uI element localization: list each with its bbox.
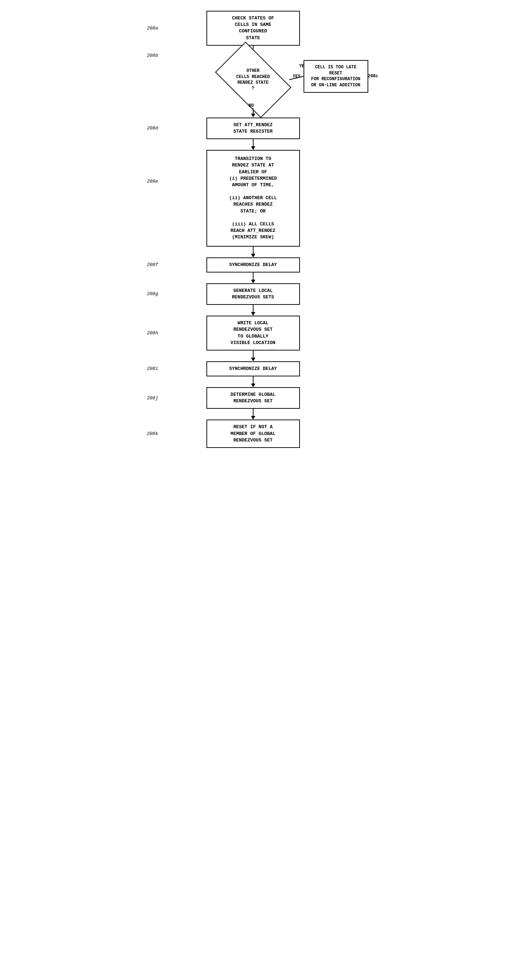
step-208k-row: 208k RESET IF NOT AMEMBER OF GLOBALRENDE…	[127, 420, 379, 448]
arrow-line	[253, 247, 253, 254]
arrow-head	[251, 114, 255, 117]
box-208e: TRANSITION TORENDEZ STATE ATEARLIER OF (…	[207, 150, 300, 246]
arrow-208f-208g	[251, 272, 255, 283]
box-208a: CHECK STATES OFCELLS IN SAMECONFIGUREDST…	[207, 11, 300, 46]
box-208c: CELL IS TOO LATE RESETFOR RECONFIGURATIO…	[304, 60, 368, 93]
step-208b-row: 208b OTHERCELLS REACHEDRENDEZ STATE? YES…	[127, 56, 379, 103]
label-208d: 208d	[147, 126, 158, 131]
arrow-208h-208i	[251, 350, 255, 361]
step-208f-row: 208f SYNCHRONIZE DELAY	[127, 258, 379, 272]
arrow-head	[251, 280, 255, 283]
arrow-208e-208f	[251, 247, 255, 258]
no-arrow-area: NO	[251, 103, 255, 118]
box-208g-text: GENERATE LOCALRENDEZVOUS SETS	[232, 288, 274, 300]
arrow-line	[253, 409, 253, 416]
arrow-no-down	[251, 108, 255, 117]
box-208j-text: DETERMINE GLOBALRENDEZVOUS SET	[231, 392, 275, 404]
arrow-head	[251, 383, 255, 387]
box-208k-text: RESET IF NOT AMEMBER OF GLOBALRENDEZVOUS…	[231, 424, 275, 442]
diamond-208b: OTHERCELLS REACHEDRENDEZ STATE?	[213, 56, 293, 103]
box-208g: GENERATE LOCALRENDEZVOUS SETS	[207, 283, 300, 305]
box-208d: SET ATT_RENDEZSTATE REGISTER	[207, 118, 300, 139]
box-208k: RESET IF NOT AMEMBER OF GLOBALRENDEZVOUS…	[207, 420, 300, 448]
diagram-container: YESNO 208a CHECK STATES OFCELLS IN SAMEC…	[127, 7, 379, 455]
arrow-208d-208e	[251, 139, 255, 150]
step-208e-row: 208e TRANSITION TORENDEZ STATE ATEARLIER…	[127, 150, 379, 246]
arrow-head	[251, 358, 255, 361]
label-208g: 208g	[147, 291, 158, 297]
arrow-208j-208k	[251, 409, 255, 420]
label-208a: 208a	[147, 25, 158, 31]
arrow-line	[253, 350, 253, 358]
no-label: NO	[248, 103, 253, 108]
label-208i: 208i	[147, 366, 158, 371]
arrow-line	[253, 305, 253, 312]
step-208g-row: 208g GENERATE LOCALRENDEZVOUS SETS	[127, 283, 379, 305]
step-208a-row: 208a CHECK STATES OFCELLS IN SAMECONFIGU…	[127, 11, 379, 46]
box-208c-text: CELL IS TOO LATE RESETFOR RECONFIGURATIO…	[311, 65, 360, 88]
box-208j: DETERMINE GLOBALRENDEZVOUS SET	[207, 387, 300, 409]
box-208i: SYNCHRONIZE DELAY	[207, 361, 300, 376]
box-208a-text: CHECK STATES OFCELLS IN SAMECONFIGUREDST…	[232, 16, 274, 41]
label-208k: 208k	[147, 431, 158, 436]
arrow-208g-208h	[251, 305, 255, 316]
flowchart: 208a CHECK STATES OFCELLS IN SAMECONFIGU…	[127, 7, 379, 455]
arrow-head	[251, 416, 255, 420]
label-208f: 208f	[147, 262, 158, 267]
diamond-text-208b: OTHERCELLS REACHEDRENDEZ STATE?	[236, 68, 270, 91]
step-208d-row: 208d SET ATT_RENDEZSTATE REGISTER	[127, 118, 379, 139]
arrow-head	[251, 312, 255, 316]
label-208b: 208b	[147, 53, 158, 58]
step-208h-row: 208h WRITE LOCALRENDEZVOUS SETTO GLOBALL…	[127, 316, 379, 350]
step-208i-row: 208i SYNCHRONIZE DELAY	[127, 361, 379, 376]
arrow-line	[253, 139, 253, 146]
box-208d-text: SET ATT_RENDEZSTATE REGISTER	[233, 122, 273, 134]
box-208e-text: TRANSITION TORENDEZ STATE ATEARLIER OF (…	[229, 156, 277, 240]
box-208h-text: WRITE LOCALRENDEZVOUS SETTO GLOBALLYVISI…	[231, 320, 275, 345]
arrow-line	[253, 376, 253, 383]
box-208h: WRITE LOCALRENDEZVOUS SETTO GLOBALLYVISI…	[207, 316, 300, 350]
arrow-head	[251, 254, 255, 258]
box-208f: SYNCHRONIZE DELAY	[207, 258, 300, 272]
box-208i-text: SYNCHRONIZE DELAY	[229, 366, 277, 371]
label-208c: 208c	[368, 73, 378, 80]
arrow-line	[253, 272, 253, 280]
label-208j: 208j	[147, 395, 158, 401]
arrow-208i-208j	[251, 376, 255, 387]
label-208h: 208h	[147, 330, 158, 336]
box-208f-text: SYNCHRONIZE DELAY	[229, 262, 277, 267]
arrow-head	[251, 146, 255, 150]
arrow-line	[253, 108, 253, 114]
step-208j-row: 208j DETERMINE GLOBALRENDEZVOUS SET	[127, 387, 379, 409]
label-208e: 208e	[147, 179, 158, 184]
